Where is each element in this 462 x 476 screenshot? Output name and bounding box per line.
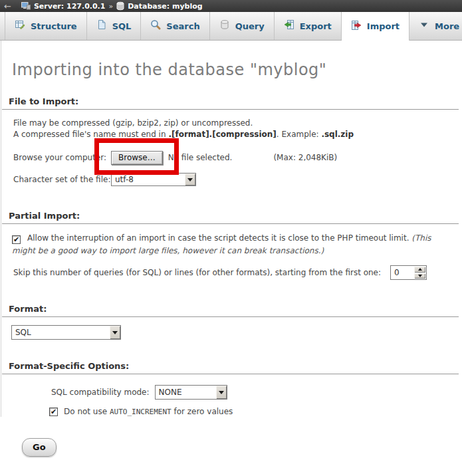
export-icon [284,19,294,33]
sql-icon [96,19,107,33]
tab-label: Import [367,21,400,31]
tab-sql[interactable]: SQL [87,12,142,40]
format-row: SQL [1,325,462,340]
database-icon [116,1,124,11]
chevron-down-icon [184,174,195,185]
import-icon [351,20,362,33]
tab-query[interactable]: Query [210,12,275,40]
section-heading-file-to-import: File to Import: [2,95,459,110]
skip-queries-input[interactable]: 0 [390,265,427,280]
tab-label: Export [300,21,332,31]
tab-import[interactable]: Import [342,12,409,41]
server-breadcrumb-bar: ← Server: 127.0.0.1 » Database: myblog [0,0,462,12]
section-heading-partial-import: Partial Import: [2,209,459,224]
spin-up-button[interactable] [414,267,425,273]
compression-note-line1: File may be compressed (gzip, bzip2, zip… [13,118,462,129]
auto-increment-checkbox[interactable]: ✔ [49,408,58,416]
tab-label: Search [166,21,199,31]
phpmyadmin-window: ← Server: 127.0.0.1 » Database: myblog [0,0,462,476]
tab-more[interactable]: More [409,12,462,40]
file-import-notes: File may be compressed (gzip, bzip2, zip… [13,118,462,140]
browse-label: Browse your computer: [13,153,111,162]
sql-compatibility-row: SQL compatibility mode: NONE [1,385,462,400]
breadcrumb-server[interactable]: Server: 127.0.0.1 [34,2,106,11]
browse-button[interactable]: Browse… [111,151,163,165]
server-icon [21,1,31,11]
allow-interrupt-label: Allow the interruption of an import in c… [27,233,411,243]
no-file-status: No file selected. [168,153,233,162]
allow-interrupt-row: ✔Allow the interruption of an import in … [12,232,452,257]
sql-compatibility-value: NONE [156,388,182,397]
max-upload-size: (Max: 2,048KiB) [273,153,337,162]
chevron-down-icon [419,19,429,33]
chevron-down-icon [109,326,120,339]
skip-queries-value: 0 [392,268,414,277]
breadcrumb-database[interactable]: Database: myblog [128,2,202,11]
skip-queries-row: Skip this number of queries (for SQL) or… [1,265,462,280]
browse-row: Browse your computer: Browse… No file se… [1,150,462,166]
allow-interrupt-checkbox[interactable]: ✔ [12,235,21,244]
chevron-down-icon [215,386,227,399]
submit-row: Go [22,438,462,457]
breadcrumb-separator: » [108,2,113,11]
skip-queries-label: Skip this number of queries (for SQL) or… [13,268,381,277]
structure-icon [15,19,25,33]
query-icon [219,19,230,33]
spinner-buttons [414,267,425,279]
tab-label: SQL [112,21,132,31]
tab-structure[interactable]: Structure [5,12,87,40]
section-heading-format: Format: [2,302,459,317]
section-heading-format-specific-options: Format-Specific Options: [2,360,459,374]
tab-bar: Structure SQL Search [0,12,462,41]
format-select-value: SQL [12,328,31,337]
go-button[interactable]: Go [22,438,57,457]
auto-increment-label: Do not use AUTO_INCREMENT for zero value… [64,407,233,416]
charset-label: Character set of the file: [13,175,111,184]
charset-select-value: utf-8 [112,175,134,184]
import-form: Importing into the database "myblog" Fil… [1,41,462,417]
sql-compatibility-label: SQL compatibility mode: [51,388,150,397]
tab-label: Structure [31,21,77,31]
spin-down-button[interactable] [414,273,425,279]
back-arrow-icon[interactable]: ← [4,1,11,11]
format-select[interactable]: SQL [11,325,121,340]
tab-label: Query [235,21,265,31]
sql-compatibility-select[interactable]: NONE [155,385,227,400]
compression-note-line2: A compressed file's name must end in .[f… [13,129,462,140]
search-icon [150,19,161,33]
page-title: Importing into the database "myblog" [12,60,462,79]
tab-export[interactable]: Export [275,12,342,40]
tab-search[interactable]: Search [141,12,209,40]
charset-select[interactable]: utf-8 [111,173,196,186]
charset-row: Character set of the file: utf-8 [1,172,462,187]
auto-increment-row: ✔ Do not use AUTO_INCREMENT for zero val… [1,406,462,417]
tab-label: More [435,21,459,31]
